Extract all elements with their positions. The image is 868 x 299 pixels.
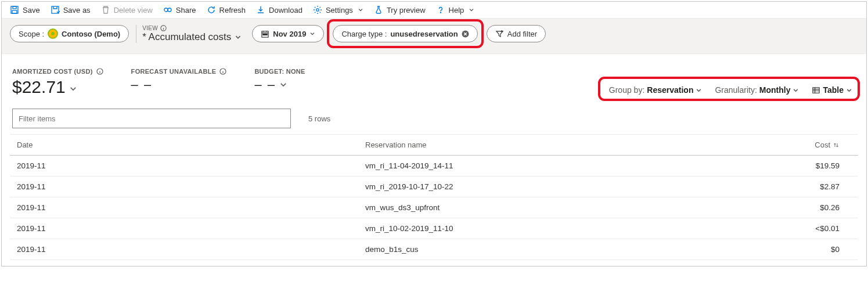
download-icon xyxy=(256,5,265,15)
cell-date: 2019-11 xyxy=(17,182,365,191)
table-icon xyxy=(812,86,820,95)
delete-view-label: Delete view xyxy=(114,6,153,15)
info-icon xyxy=(160,25,167,31)
date-selector[interactable]: Nov 2019 xyxy=(252,25,324,42)
amortized-cost-metric[interactable]: AMORTIZED COST (USD) $22.71 xyxy=(12,68,103,97)
group-by-label: Group by: xyxy=(609,85,644,95)
table-row[interactable]: 2019-11vm_wus_ds3_upfront$0.26 xyxy=(10,197,858,218)
add-filter-icon xyxy=(495,30,504,38)
refresh-button[interactable]: Refresh xyxy=(207,5,246,15)
svg-point-6 xyxy=(316,9,319,11)
view-mode-value: Table xyxy=(823,85,844,95)
group-by-value: Reservation xyxy=(647,85,693,95)
date-value: Nov 2019 xyxy=(273,30,306,38)
charge-type-highlight: Charge type : unusedreservation xyxy=(331,23,479,44)
add-filter-button[interactable]: Add filter xyxy=(487,25,546,42)
trash-icon xyxy=(101,5,110,15)
budget-label: BUDGET: NONE xyxy=(254,68,305,75)
table-row[interactable]: 2019-11vm_ri_10-02-2019_11-10<$0.01 xyxy=(10,218,858,239)
budget-value: – – xyxy=(254,77,276,92)
try-preview-label: Try preview xyxy=(387,6,426,15)
charge-type-value: unusedreservation xyxy=(390,30,458,38)
svg-point-7 xyxy=(440,12,441,13)
save-as-button[interactable]: Save as xyxy=(51,5,91,15)
refresh-icon xyxy=(207,5,216,15)
row-count: 5 rows xyxy=(308,114,330,123)
svg-rect-10 xyxy=(263,34,264,35)
table-filter-row: 5 rows xyxy=(2,100,866,134)
cell-cost: <$0.01 xyxy=(712,224,851,233)
help-icon xyxy=(436,5,445,15)
cell-reservation: vm_ri_2019-10-17_10-22 xyxy=(365,182,712,191)
forecast-value: – – xyxy=(131,77,153,92)
group-by-selector[interactable]: Group by: Reservation xyxy=(609,85,703,95)
svg-rect-1 xyxy=(13,6,16,9)
chevron-down-icon xyxy=(469,7,474,13)
save-as-icon xyxy=(51,5,60,15)
table-row[interactable]: 2019-11vm_ri_11-04-2019_14-11$19.59 xyxy=(10,156,858,176)
cell-date: 2019-11 xyxy=(17,161,365,170)
filter-items-input[interactable] xyxy=(12,109,291,128)
data-table: Date Reservation name Cost 2019-11vm_ri_… xyxy=(10,134,858,260)
flask-icon xyxy=(374,5,383,15)
save-icon xyxy=(10,5,19,15)
charge-type-label: Charge type : xyxy=(341,30,387,38)
cell-reservation: vm_ri_11-04-2019_14-11 xyxy=(365,161,712,170)
calendar-icon xyxy=(261,30,269,38)
col-reservation[interactable]: Reservation name xyxy=(365,141,712,149)
cell-reservation: vm_wus_ds3_upfront xyxy=(365,203,712,212)
chevron-down-icon xyxy=(793,87,799,93)
scope-value: Contoso (Demo) xyxy=(62,30,120,38)
download-label: Download xyxy=(269,6,302,15)
save-button[interactable]: Save xyxy=(10,5,40,15)
granularity-value: Monthly xyxy=(759,85,791,95)
cell-date: 2019-11 xyxy=(17,224,365,233)
view-label: VIEW xyxy=(142,25,158,31)
cell-date: 2019-11 xyxy=(17,245,365,254)
chevron-down-icon xyxy=(279,81,287,89)
share-icon xyxy=(163,5,172,15)
help-label: Help xyxy=(449,6,464,15)
share-button[interactable]: Share xyxy=(163,5,196,15)
sort-icon xyxy=(833,142,840,149)
svg-point-4 xyxy=(164,8,168,12)
clear-filter-icon[interactable] xyxy=(462,30,469,38)
table-header: Date Reservation name Cost xyxy=(10,135,858,156)
svg-point-5 xyxy=(168,8,171,12)
cell-cost: $19.59 xyxy=(712,161,851,170)
view-controls: Group by: Reservation Granularity: Month… xyxy=(602,81,856,97)
try-preview-button[interactable]: Try preview xyxy=(374,5,426,15)
charge-type-filter[interactable]: Charge type : unusedreservation xyxy=(333,25,477,42)
share-label: Share xyxy=(176,6,196,15)
view-selector[interactable]: VIEW * Accumulated costs xyxy=(136,25,245,43)
cell-reservation: demo_b1s_cus xyxy=(365,245,712,254)
view-name: * Accumulated costs xyxy=(142,31,231,43)
amortized-value: $22.71 xyxy=(12,77,66,97)
help-button[interactable]: Help xyxy=(436,5,475,15)
settings-button[interactable]: Settings xyxy=(313,5,363,15)
download-button[interactable]: Download xyxy=(256,5,302,15)
refresh-label: Refresh xyxy=(219,6,246,15)
command-bar: Save Save as Delete view Share Refresh xyxy=(2,2,866,18)
table-row[interactable]: 2019-11demo_b1s_cus$0 xyxy=(10,239,858,260)
scope-label: Scope : xyxy=(19,30,44,38)
col-cost-label: Cost xyxy=(815,141,830,149)
scope-selector[interactable]: Scope : Contoso (Demo) xyxy=(10,25,129,42)
info-icon xyxy=(219,68,226,75)
svg-rect-12 xyxy=(266,34,268,35)
view-mode-selector[interactable]: Table xyxy=(812,85,852,95)
col-cost[interactable]: Cost xyxy=(712,141,851,149)
forecast-label: FORECAST UNAVAILABLE xyxy=(131,68,217,75)
granularity-selector[interactable]: Granularity: Monthly xyxy=(715,85,799,95)
svg-rect-2 xyxy=(12,10,17,13)
filter-bar: Scope : Contoso (Demo) VIEW * Accumulate… xyxy=(2,18,866,54)
forecast-metric: FORECAST UNAVAILABLE – – xyxy=(131,68,227,92)
cell-cost: $0.26 xyxy=(712,203,851,212)
save-label: Save xyxy=(23,6,40,15)
metrics-row: AMORTIZED COST (USD) $22.71 FORECAST UNA… xyxy=(2,54,866,100)
scope-icon xyxy=(48,28,58,39)
table-row[interactable]: 2019-11vm_ri_2019-10-17_10-22$2.87 xyxy=(10,176,858,197)
budget-metric[interactable]: BUDGET: NONE – – xyxy=(254,68,305,92)
col-date[interactable]: Date xyxy=(17,141,365,149)
chevron-down-icon xyxy=(235,34,242,41)
